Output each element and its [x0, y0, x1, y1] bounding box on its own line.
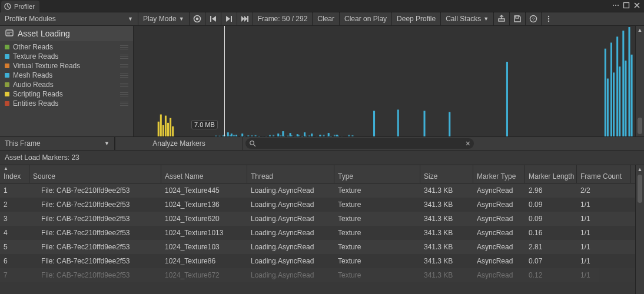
svg-rect-49 — [616, 36, 618, 136]
svg-rect-74 — [280, 135, 281, 136]
clear-button[interactable]: Clear — [313, 12, 340, 25]
drag-handle-icon[interactable] — [120, 45, 128, 49]
scroll-up-icon[interactable]: ▲ — [638, 26, 643, 34]
frame-cursor[interactable] — [224, 26, 225, 136]
col-index[interactable]: ▲Index — [0, 165, 29, 183]
tab-profiler[interactable]: Profiler — [1, 1, 39, 12]
svg-rect-77 — [291, 135, 293, 136]
table-row[interactable]: 3File: CAB-7ec210ffd9ee2f531024_Texture6… — [0, 212, 635, 226]
legend-item[interactable]: Entities Reads — [0, 99, 133, 108]
drag-handle-icon[interactable] — [120, 83, 128, 87]
col-marker-length[interactable]: Marker Length — [525, 165, 577, 183]
svg-rect-18 — [7, 34, 10, 34]
scroll-thumb[interactable] — [638, 118, 642, 134]
cell: 1 — [0, 183, 29, 198]
col-source[interactable]: Source — [29, 165, 161, 183]
col-asset-name[interactable]: Asset Name — [161, 165, 247, 183]
play-mode-dropdown[interactable]: Play Mode ▼ — [138, 12, 190, 25]
cell: File: CAB-7ec210ffd9ee2f53 — [29, 226, 161, 240]
table-scrollbar[interactable]: ▲ — [635, 165, 644, 294]
cell: 2.81 — [525, 240, 577, 254]
chevron-down-icon: ▼ — [483, 16, 489, 22]
table-header[interactable]: ▲IndexSourceAsset NameThreadTypeSizeMark… — [0, 165, 635, 183]
clear-on-play-button[interactable]: Clear on Play — [340, 12, 392, 25]
cell: Texture — [334, 254, 420, 268]
drag-handle-icon[interactable] — [120, 74, 128, 78]
drag-handle-icon[interactable] — [120, 102, 128, 106]
col-type[interactable]: Type — [334, 165, 420, 183]
cell: File: CAB-7ec210ffd9ee2f53 — [29, 198, 161, 212]
svg-rect-89 — [334, 135, 336, 136]
table-row[interactable]: 2File: CAB-7ec210ffd9ee2f531024_Texture1… — [0, 198, 635, 212]
table-row[interactable]: 6File: CAB-7ec210ffd9ee2f531024_Texture8… — [0, 254, 635, 268]
svg-rect-29 — [235, 135, 237, 136]
table-row[interactable]: 1File: CAB-7ec210ffd9ee2f531024_Texture4… — [0, 183, 635, 198]
profiler-modules-dropdown[interactable]: Profiler Modules ▼ — [0, 12, 138, 25]
cell: Loading.AsyncRead — [247, 268, 334, 282]
col-frame-count[interactable]: Frame Count — [577, 165, 631, 183]
cell: AsyncRead — [473, 240, 525, 254]
svg-rect-75 — [283, 136, 285, 136]
record-button[interactable] — [190, 12, 205, 25]
scroll-thumb[interactable] — [638, 175, 642, 203]
prev-frame-button[interactable] — [205, 12, 221, 25]
svg-rect-76 — [287, 136, 288, 136]
table-row[interactable]: 4File: CAB-7ec210ffd9ee2f531024_Texture1… — [0, 226, 635, 240]
chevron-down-icon: ▼ — [104, 141, 109, 146]
scroll-up-icon[interactable]: ▲ — [638, 165, 643, 173]
svg-rect-9 — [247, 16, 248, 22]
col-thread[interactable]: Thread — [247, 165, 334, 183]
col-marker-type[interactable]: Marker Type — [473, 165, 525, 183]
table-row[interactable]: 7File: CAB-7ec210ffd9ee2f531024_Texture6… — [0, 268, 635, 282]
svg-rect-20 — [160, 115, 162, 136]
cell: 2.96 — [525, 183, 577, 198]
overflow-menu-button[interactable] — [542, 12, 556, 25]
legend-label: Virtual Texture Reads — [13, 62, 80, 70]
cell: File: CAB-7ec210ffd9ee2f53 — [29, 183, 161, 198]
svg-rect-82 — [308, 135, 310, 136]
svg-rect-68 — [258, 136, 260, 136]
frame-scope-dropdown[interactable]: This Frame ▼ — [0, 137, 115, 150]
cell: 341.3 KB — [420, 212, 473, 226]
chart[interactable]: 7.0 MB ▲ — [134, 26, 644, 136]
legend-item[interactable]: Texture Reads — [0, 52, 133, 61]
legend-item[interactable]: Mesh Reads — [0, 71, 133, 80]
svg-rect-90 — [337, 136, 339, 136]
table-row[interactable]: 5File: CAB-7ec210ffd9ee2f531024_Texture1… — [0, 240, 635, 254]
call-stacks-dropdown[interactable]: Call Stacks ▼ — [441, 12, 494, 25]
legend-item[interactable]: Scripting Reads — [0, 89, 133, 99]
deep-profile-button[interactable]: Deep Profile — [392, 12, 441, 25]
drag-handle-icon[interactable] — [120, 92, 128, 96]
analyze-markers-button[interactable]: Analyze Markers — [115, 137, 243, 150]
drag-handle-icon[interactable] — [120, 55, 128, 59]
asset-loading-icon — [5, 28, 14, 39]
legend-item[interactable]: Other Reads — [0, 42, 133, 52]
next-frame-button[interactable] — [221, 12, 237, 25]
svg-rect-94 — [351, 135, 353, 136]
window-menu-icon[interactable] — [612, 2, 619, 11]
cell: AsyncRead — [473, 268, 525, 282]
help-button[interactable]: ? — [526, 12, 542, 25]
chart-scrollbar[interactable]: ▲ — [635, 26, 644, 136]
module-header[interactable]: Asset Loading — [0, 26, 133, 41]
callstacks-label: Call Stacks — [446, 15, 481, 23]
drag-handle-icon[interactable] — [120, 64, 128, 68]
svg-text:?: ? — [532, 16, 535, 22]
load-profile-button[interactable] — [494, 12, 510, 25]
cell: Loading.AsyncRead — [247, 198, 334, 212]
legend-item[interactable]: Audio Reads — [0, 80, 133, 89]
close-icon[interactable] — [633, 2, 640, 11]
clear-search-icon[interactable]: × — [466, 139, 470, 148]
legend-item[interactable]: Virtual Texture Reads — [0, 61, 133, 71]
save-profile-button[interactable] — [510, 12, 526, 25]
maximize-icon[interactable] — [623, 2, 630, 11]
current-frame-button[interactable] — [237, 12, 253, 25]
cell: 4 — [0, 226, 29, 240]
svg-rect-22 — [165, 116, 167, 136]
cell: 1024_Texture620 — [161, 212, 247, 226]
cell: AsyncRead — [473, 212, 525, 226]
svg-rect-44 — [506, 62, 508, 136]
col-size[interactable]: Size — [420, 165, 473, 183]
search-input[interactable]: × — [245, 138, 474, 149]
svg-rect-93 — [348, 135, 350, 136]
